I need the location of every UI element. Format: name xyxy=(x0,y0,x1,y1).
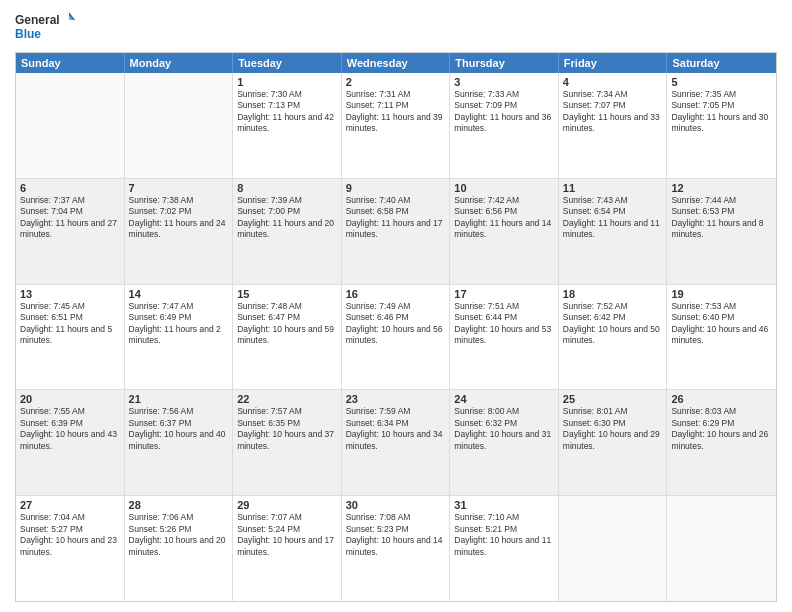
calendar-cell: 13 Sunrise: 7:45 AM Sunset: 6:51 PM Dayl… xyxy=(16,285,125,390)
day-number: 21 xyxy=(129,393,229,405)
sunrise-text: Sunrise: 7:59 AM xyxy=(346,406,446,417)
day-number: 15 xyxy=(237,288,337,300)
day-header-tuesday: Tuesday xyxy=(233,53,342,73)
day-number: 7 xyxy=(129,182,229,194)
calendar-cell: 14 Sunrise: 7:47 AM Sunset: 6:49 PM Dayl… xyxy=(125,285,234,390)
sunset-text: Sunset: 6:40 PM xyxy=(671,312,772,323)
daylight-text: Daylight: 11 hours and 24 minutes. xyxy=(129,218,229,241)
calendar-cell: 17 Sunrise: 7:51 AM Sunset: 6:44 PM Dayl… xyxy=(450,285,559,390)
calendar-row-3: 20 Sunrise: 7:55 AM Sunset: 6:39 PM Dayl… xyxy=(16,390,776,496)
calendar-cell: 15 Sunrise: 7:48 AM Sunset: 6:47 PM Dayl… xyxy=(233,285,342,390)
day-number: 31 xyxy=(454,499,554,511)
calendar-cell xyxy=(667,496,776,601)
sunset-text: Sunset: 5:27 PM xyxy=(20,524,120,535)
sunrise-text: Sunrise: 7:42 AM xyxy=(454,195,554,206)
day-number: 19 xyxy=(671,288,772,300)
calendar-row-1: 6 Sunrise: 7:37 AM Sunset: 7:04 PM Dayli… xyxy=(16,179,776,285)
sunrise-text: Sunrise: 7:45 AM xyxy=(20,301,120,312)
calendar-cell: 24 Sunrise: 8:00 AM Sunset: 6:32 PM Dayl… xyxy=(450,390,559,495)
day-number: 30 xyxy=(346,499,446,511)
daylight-text: Daylight: 10 hours and 29 minutes. xyxy=(563,429,663,452)
daylight-text: Daylight: 11 hours and 17 minutes. xyxy=(346,218,446,241)
day-number: 11 xyxy=(563,182,663,194)
daylight-text: Daylight: 11 hours and 14 minutes. xyxy=(454,218,554,241)
sunset-text: Sunset: 6:44 PM xyxy=(454,312,554,323)
sunrise-text: Sunrise: 7:31 AM xyxy=(346,89,446,100)
daylight-text: Daylight: 11 hours and 30 minutes. xyxy=(671,112,772,135)
daylight-text: Daylight: 10 hours and 34 minutes. xyxy=(346,429,446,452)
sunset-text: Sunset: 6:39 PM xyxy=(20,418,120,429)
sunset-text: Sunset: 6:42 PM xyxy=(563,312,663,323)
calendar-header: SundayMondayTuesdayWednesdayThursdayFrid… xyxy=(16,53,776,73)
sunset-text: Sunset: 7:05 PM xyxy=(671,100,772,111)
daylight-text: Daylight: 11 hours and 8 minutes. xyxy=(671,218,772,241)
day-number: 26 xyxy=(671,393,772,405)
day-number: 13 xyxy=(20,288,120,300)
sunrise-text: Sunrise: 7:38 AM xyxy=(129,195,229,206)
sunrise-text: Sunrise: 7:52 AM xyxy=(563,301,663,312)
calendar-cell: 1 Sunrise: 7:30 AM Sunset: 7:13 PM Dayli… xyxy=(233,73,342,178)
calendar-cell xyxy=(559,496,668,601)
sunset-text: Sunset: 6:56 PM xyxy=(454,206,554,217)
daylight-text: Daylight: 11 hours and 27 minutes. xyxy=(20,218,120,241)
logo-svg: General Blue xyxy=(15,10,75,46)
calendar-cell: 20 Sunrise: 7:55 AM Sunset: 6:39 PM Dayl… xyxy=(16,390,125,495)
sunset-text: Sunset: 5:21 PM xyxy=(454,524,554,535)
sunset-text: Sunset: 6:32 PM xyxy=(454,418,554,429)
sunrise-text: Sunrise: 7:53 AM xyxy=(671,301,772,312)
day-number: 10 xyxy=(454,182,554,194)
sunset-text: Sunset: 6:53 PM xyxy=(671,206,772,217)
daylight-text: Daylight: 11 hours and 20 minutes. xyxy=(237,218,337,241)
sunset-text: Sunset: 6:34 PM xyxy=(346,418,446,429)
page: General Blue SundayMondayTuesdayWednesda… xyxy=(0,0,792,612)
day-number: 2 xyxy=(346,76,446,88)
calendar-row-4: 27 Sunrise: 7:04 AM Sunset: 5:27 PM Dayl… xyxy=(16,496,776,601)
sunrise-text: Sunrise: 7:49 AM xyxy=(346,301,446,312)
sunrise-text: Sunrise: 7:39 AM xyxy=(237,195,337,206)
calendar-cell: 11 Sunrise: 7:43 AM Sunset: 6:54 PM Dayl… xyxy=(559,179,668,284)
calendar-cell: 9 Sunrise: 7:40 AM Sunset: 6:58 PM Dayli… xyxy=(342,179,451,284)
sunrise-text: Sunrise: 7:07 AM xyxy=(237,512,337,523)
daylight-text: Daylight: 11 hours and 42 minutes. xyxy=(237,112,337,135)
day-number: 6 xyxy=(20,182,120,194)
sunrise-text: Sunrise: 7:04 AM xyxy=(20,512,120,523)
daylight-text: Daylight: 10 hours and 20 minutes. xyxy=(129,535,229,558)
sunset-text: Sunset: 6:51 PM xyxy=(20,312,120,323)
calendar-cell: 16 Sunrise: 7:49 AM Sunset: 6:46 PM Dayl… xyxy=(342,285,451,390)
sunrise-text: Sunrise: 7:35 AM xyxy=(671,89,772,100)
day-number: 18 xyxy=(563,288,663,300)
sunrise-text: Sunrise: 7:44 AM xyxy=(671,195,772,206)
calendar-cell: 12 Sunrise: 7:44 AM Sunset: 6:53 PM Dayl… xyxy=(667,179,776,284)
calendar-cell: 25 Sunrise: 8:01 AM Sunset: 6:30 PM Dayl… xyxy=(559,390,668,495)
calendar-cell: 27 Sunrise: 7:04 AM Sunset: 5:27 PM Dayl… xyxy=(16,496,125,601)
daylight-text: Daylight: 11 hours and 33 minutes. xyxy=(563,112,663,135)
daylight-text: Daylight: 11 hours and 2 minutes. xyxy=(129,324,229,347)
calendar-cell: 3 Sunrise: 7:33 AM Sunset: 7:09 PM Dayli… xyxy=(450,73,559,178)
day-header-monday: Monday xyxy=(125,53,234,73)
svg-text:General: General xyxy=(15,13,60,27)
day-number: 25 xyxy=(563,393,663,405)
sunrise-text: Sunrise: 8:03 AM xyxy=(671,406,772,417)
daylight-text: Daylight: 10 hours and 56 minutes. xyxy=(346,324,446,347)
daylight-text: Daylight: 10 hours and 11 minutes. xyxy=(454,535,554,558)
sunrise-text: Sunrise: 7:33 AM xyxy=(454,89,554,100)
sunset-text: Sunset: 7:04 PM xyxy=(20,206,120,217)
day-number: 23 xyxy=(346,393,446,405)
sunrise-text: Sunrise: 7:10 AM xyxy=(454,512,554,523)
day-number: 16 xyxy=(346,288,446,300)
calendar-cell: 18 Sunrise: 7:52 AM Sunset: 6:42 PM Dayl… xyxy=(559,285,668,390)
sunrise-text: Sunrise: 7:40 AM xyxy=(346,195,446,206)
daylight-text: Daylight: 10 hours and 31 minutes. xyxy=(454,429,554,452)
calendar-cell: 7 Sunrise: 7:38 AM Sunset: 7:02 PM Dayli… xyxy=(125,179,234,284)
day-number: 29 xyxy=(237,499,337,511)
daylight-text: Daylight: 11 hours and 39 minutes. xyxy=(346,112,446,135)
day-number: 24 xyxy=(454,393,554,405)
sunrise-text: Sunrise: 7:34 AM xyxy=(563,89,663,100)
calendar-body: 1 Sunrise: 7:30 AM Sunset: 7:13 PM Dayli… xyxy=(16,73,776,601)
day-number: 3 xyxy=(454,76,554,88)
day-number: 22 xyxy=(237,393,337,405)
sunset-text: Sunset: 6:29 PM xyxy=(671,418,772,429)
sunrise-text: Sunrise: 7:30 AM xyxy=(237,89,337,100)
day-header-thursday: Thursday xyxy=(450,53,559,73)
day-number: 14 xyxy=(129,288,229,300)
